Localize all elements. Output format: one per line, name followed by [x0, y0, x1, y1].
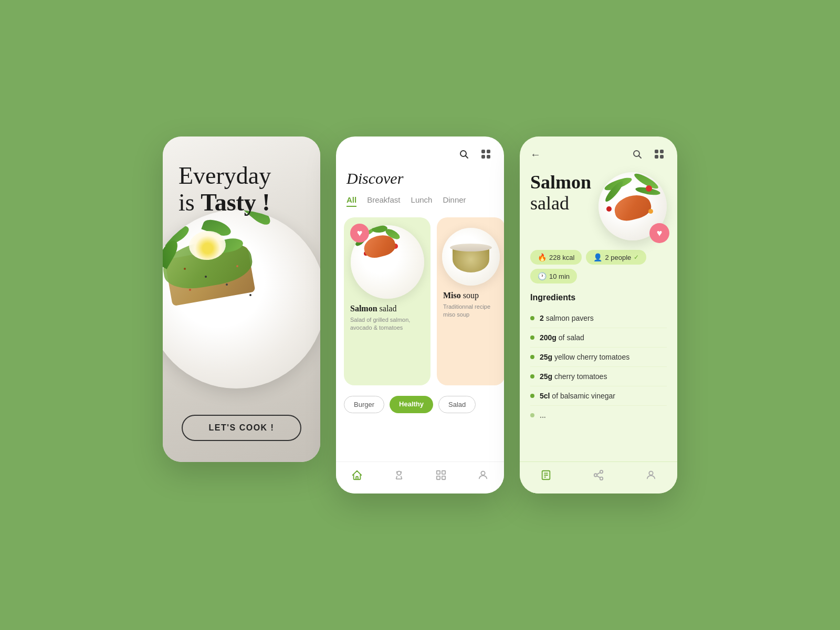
plate-food-visual — [601, 177, 664, 230]
nav-chef-icon[interactable] — [393, 469, 405, 484]
ingredient-name: yellow cherry tomatoes — [554, 353, 629, 361]
header-icons — [630, 147, 667, 162]
ingredient-amount: 25g — [540, 353, 552, 361]
people-icon: 👤 — [593, 253, 602, 261]
title-bold-part: Salmon — [350, 304, 377, 313]
calorie-badge: 🔥 228 kcal — [530, 250, 582, 265]
search-icon[interactable] — [630, 147, 645, 162]
filter-tags: Burger Healthy Salad — [336, 388, 504, 421]
nav-recipe-icon[interactable] — [540, 469, 552, 484]
discover-title: Discover — [336, 167, 504, 195]
lets-cook-button[interactable]: LET'S COOK ! — [182, 415, 302, 441]
grid-dot — [487, 155, 490, 159]
ingredient-item: 2 salmon pavers — [530, 309, 667, 328]
search-icon[interactable] — [457, 147, 471, 162]
grid-dot — [655, 155, 658, 159]
spice-dot — [205, 276, 207, 278]
ingredient-amount: 5cl — [540, 392, 550, 400]
svg-line-1 — [466, 156, 468, 159]
recipe-cards-row: ♥ Salmon salad Salad o — [336, 215, 504, 388]
screens-container: Everyday is Tasty ! LET'S COOK ! — [163, 136, 677, 494]
ingredient-item: ... — [530, 406, 667, 425]
recipe-title-bold: Salmon — [530, 172, 591, 193]
ingredient-text: 2 salmon pavers — [540, 314, 594, 322]
time-badge: 🕐 10 min — [530, 269, 577, 284]
tag-healthy[interactable]: Healthy — [390, 396, 433, 413]
recipe-card-miso[interactable]: Miso soup Traditionnal recipe miso soup — [437, 217, 504, 385]
favorite-button-detail[interactable]: ♥ — [649, 223, 669, 243]
ingredient-bullet — [530, 355, 534, 359]
salmon-card-desc: Salad of grilled salmon, avocado & tomat… — [344, 316, 430, 340]
clock-icon: 🕐 — [538, 272, 547, 280]
servings-value: 2 people — [605, 254, 631, 261]
back-button[interactable]: ← — [530, 149, 541, 161]
svg-rect-3 — [437, 471, 440, 474]
bowl-visual — [447, 236, 495, 278]
tab-lunch[interactable]: Lunch — [411, 195, 433, 207]
spice-dot — [226, 284, 228, 286]
bottom-nav-screen2 — [336, 461, 504, 494]
food-plate — [163, 210, 320, 388]
grid-dot — [660, 155, 664, 159]
ingredient-item: 200g of salad — [530, 328, 667, 348]
favorite-button-salmon[interactable]: ♥ — [350, 224, 369, 243]
nav-profile-icon[interactable] — [645, 469, 657, 484]
ingredient-amount: 25g — [540, 372, 552, 381]
ingredient-text: 5cl of balsamic vinegar — [540, 392, 615, 400]
svg-point-19 — [649, 471, 653, 475]
ingredient-amount: 200g — [540, 333, 556, 342]
spices — [173, 262, 268, 304]
cta-area: LET'S COOK ! — [163, 415, 320, 441]
tab-breakfast[interactable]: Breakfast — [367, 195, 400, 207]
time-value: 10 min — [549, 272, 570, 280]
salmon-card-title: Salmon salad — [344, 304, 430, 316]
ingredient-amount: 2 — [540, 314, 544, 322]
ingredient-name: of balsamic vinegar — [552, 392, 615, 400]
tag-salad[interactable]: Salad — [438, 396, 476, 413]
ingredient-item: 25g cherry tomatoes — [530, 367, 667, 386]
nav-user-icon[interactable] — [477, 469, 489, 484]
spice-dot — [236, 265, 238, 267]
svg-line-17 — [597, 476, 600, 478]
bottom-nav-screen3 — [520, 461, 677, 494]
screen3-header: ← — [520, 136, 677, 167]
tab-all[interactable]: All — [346, 195, 356, 207]
nav-grid-icon[interactable] — [435, 469, 447, 484]
recipe-card-salmon[interactable]: ♥ Salmon salad Salad o — [344, 217, 430, 385]
spice-dot — [249, 294, 251, 296]
svg-rect-5 — [437, 476, 440, 479]
ingredient-bullet — [530, 316, 534, 320]
ingredient-text: 25g cherry tomatoes — [540, 372, 607, 381]
screen2-header — [336, 136, 504, 167]
svg-rect-6 — [442, 476, 445, 479]
calorie-value: 228 kcal — [549, 254, 574, 261]
mini-leaf — [371, 225, 387, 233]
grid-dot — [660, 150, 664, 153]
nav-share-icon[interactable] — [593, 469, 604, 484]
recipe-badges: 🔥 228 kcal 👤 2 people ✓ 🕐 10 min — [520, 246, 677, 288]
ingredient-name: salmon pavers — [546, 314, 594, 322]
screen1-content: Everyday is Tasty ! — [163, 136, 320, 216]
grid-icon[interactable] — [652, 147, 667, 162]
ingredient-text: 25g yellow cherry tomatoes — [540, 353, 629, 361]
svg-point-2 — [397, 471, 401, 475]
ingredient-text: 200g of salad — [540, 333, 584, 342]
title-light-part: salad — [377, 304, 397, 313]
spice-dot — [184, 268, 186, 270]
ingredient-bullet — [530, 413, 534, 417]
check-icon: ✓ — [634, 254, 639, 261]
screen-detail: ← — [520, 136, 677, 494]
recipe-title-light: salad — [530, 193, 591, 214]
ingredient-amount: ... — [540, 411, 546, 419]
ingredient-item: 25g yellow cherry tomatoes — [530, 348, 667, 367]
tag-burger[interactable]: Burger — [344, 396, 384, 413]
welcome-title: Everyday is Tasty ! — [178, 163, 304, 216]
svg-line-9 — [639, 156, 642, 159]
ingredient-bullet — [530, 394, 534, 398]
nav-home-icon[interactable] — [351, 469, 363, 484]
grid-icon[interactable] — [479, 147, 494, 162]
miso-plate-image — [442, 228, 500, 286]
screen-discover: Discover All Breakfast Lunch Dinner ♥ — [336, 136, 504, 494]
detail-plate-container: ♥ — [598, 172, 667, 240]
tab-dinner[interactable]: Dinner — [443, 195, 466, 207]
